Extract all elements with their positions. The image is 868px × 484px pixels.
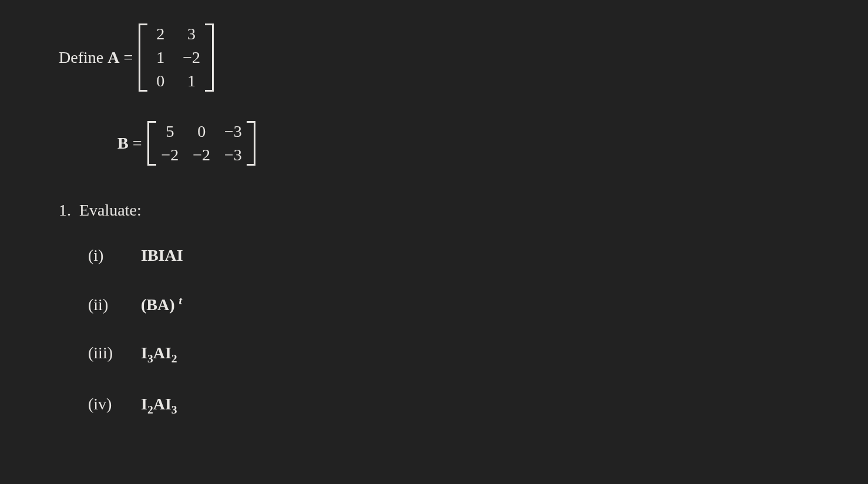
matrix-cell: 3 xyxy=(183,25,200,43)
matrix-cell: 0 xyxy=(152,72,169,90)
expr-subscript: 3 xyxy=(147,352,153,365)
matrix-cell: 5 xyxy=(161,122,179,141)
matrix-cell: −2 xyxy=(161,146,179,164)
matrix-a-name: A xyxy=(107,48,119,66)
expr-subscript: 2 xyxy=(171,352,177,365)
matrix-cell: −2 xyxy=(183,48,200,67)
document-page: Define A = 2 3 1 −2 0 1 B = 5 0 −3 xyxy=(0,0,868,469)
bracket-right-icon xyxy=(206,23,214,92)
equals-sign: = xyxy=(119,48,133,66)
define-b-lhs: B = xyxy=(117,134,142,153)
matrix-cell: 0 xyxy=(193,122,210,141)
expr-text: I xyxy=(141,395,147,413)
subquestion-label: (iv) xyxy=(88,395,141,414)
define-b-line: B = 5 0 −3 −2 −2 −3 xyxy=(117,121,809,166)
matrix-cell: −3 xyxy=(224,122,242,141)
matrix-b: 5 0 −3 −2 −2 −3 xyxy=(147,121,255,166)
matrix-cell: 1 xyxy=(183,72,200,90)
expr-text: AI xyxy=(153,395,171,413)
expr-text: I xyxy=(141,344,147,362)
expression: I2AI3 xyxy=(141,395,177,416)
subquestion-ii: (ii) (BA) t xyxy=(88,294,809,314)
expr-text: (BA) xyxy=(141,295,175,314)
equals-sign: = xyxy=(129,134,142,152)
expr-text: IBIAI xyxy=(141,246,183,264)
matrix-b-name: B xyxy=(117,134,129,152)
subquestion-label: (i) xyxy=(88,246,141,265)
subquestion-iv: (iv) I2AI3 xyxy=(88,395,809,416)
expr-text: AI xyxy=(153,344,171,362)
expr-superscript: t xyxy=(179,294,182,307)
matrix-a-grid: 2 3 1 −2 0 1 xyxy=(146,23,206,92)
define-a-line: Define A = 2 3 1 −2 0 1 xyxy=(59,23,809,92)
define-a-lhs: Define A = xyxy=(59,48,133,67)
matrix-cell: −3 xyxy=(224,146,242,164)
matrix-a: 2 3 1 −2 0 1 xyxy=(139,23,214,92)
matrix-cell: 1 xyxy=(152,48,169,67)
question-number: 1. xyxy=(59,201,71,219)
expression: I3AI2 xyxy=(141,344,177,365)
subquestion-iii: (iii) I3AI2 xyxy=(88,344,809,365)
expression: IBIAI xyxy=(141,246,183,265)
subquestion-label: (ii) xyxy=(88,295,141,314)
expression: (BA) t xyxy=(141,294,182,314)
question-line: 1. Evaluate: xyxy=(59,201,809,220)
expr-subscript: 3 xyxy=(171,404,177,416)
subquestion-label: (iii) xyxy=(88,344,141,362)
subquestion-i: (i) IBIAI xyxy=(88,246,809,265)
matrix-b-grid: 5 0 −3 −2 −2 −3 xyxy=(155,121,247,166)
expr-subscript: 2 xyxy=(147,404,153,416)
bracket-left-icon xyxy=(139,23,146,92)
matrix-cell: −2 xyxy=(193,146,210,164)
bracket-left-icon xyxy=(147,121,155,166)
matrix-cell: 2 xyxy=(152,25,169,43)
bracket-right-icon xyxy=(248,121,255,166)
define-prefix: Define xyxy=(59,48,107,66)
question-text: Evaluate: xyxy=(79,201,142,219)
